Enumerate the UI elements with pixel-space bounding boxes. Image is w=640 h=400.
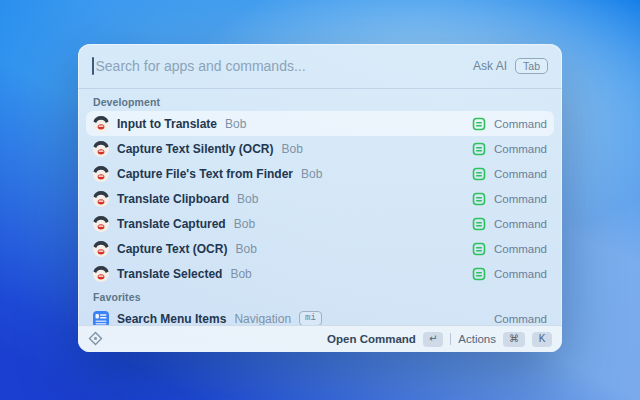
bob-app-icon [93,216,109,232]
footer-divider [450,333,451,345]
primary-action-label[interactable]: Open Command [327,333,416,345]
alias-badge: mi [299,311,322,325]
section-header-development: Development [86,91,554,111]
command-type-icon [472,217,486,231]
launcher-window: Ask AI Tab Development Input to Translat… [78,44,562,352]
item-title: Search Menu Items [117,312,226,326]
item-type: Command [494,243,547,255]
item-title: Input to Translate [117,117,217,131]
desktop-background: Ask AI Tab Development Input to Translat… [0,0,640,400]
item-subtitle: Bob [230,267,251,281]
command-type-icon [472,267,486,281]
item-type: Command [494,168,547,180]
k-key-badge: K [532,332,552,347]
action-bar: Open Command ↵ Actions ⌘ K [78,325,562,352]
raycast-logo-icon [88,331,104,347]
item-title: Capture Text Silently (OCR) [117,142,273,156]
actions-menu-label[interactable]: Actions [458,333,496,345]
search-input[interactable] [96,58,466,74]
item-subtitle: Bob [234,217,255,231]
bob-app-icon [93,116,109,132]
bob-app-icon [93,241,109,257]
section-header-favorites: Favorites [86,286,554,306]
item-subtitle: Bob [281,142,302,156]
command-type-icon [472,242,486,256]
menu-items-icon [93,311,109,326]
bob-app-icon [93,141,109,157]
item-title: Capture File's Text from Finder [117,167,293,181]
list-item[interactable]: Translate Selected Bob Command [86,261,554,286]
item-subtitle: Bob [301,167,322,181]
item-title: Translate Captured [117,217,226,231]
item-title: Capture Text (OCR) [117,242,227,256]
item-subtitle: Bob [225,117,246,131]
tab-key-badge: Tab [515,58,548,75]
item-type: Command [494,193,547,205]
item-title: Translate Clipboard [117,192,229,206]
item-type: Command [494,268,547,280]
bob-app-icon [93,191,109,207]
results-list: Development Input to Translate Bob Comma… [78,89,562,325]
command-type-icon [472,142,486,156]
command-type-icon [472,167,486,181]
cmd-key-badge: ⌘ [503,332,525,347]
item-subtitle: Bob [235,242,256,256]
text-cursor [92,57,94,75]
item-subtitle: Navigation [234,312,291,326]
search-bar: Ask AI Tab [78,44,562,89]
ask-ai-label[interactable]: Ask AI [473,59,507,73]
command-type-icon [472,117,486,131]
list-item[interactable]: Capture Text Silently (OCR) Bob Command [86,136,554,161]
command-type-icon [472,192,486,206]
item-title: Translate Selected [117,267,222,281]
item-type: Command [494,118,547,130]
item-type: Command [494,218,547,230]
bob-app-icon [93,266,109,282]
footer-actions: Open Command ↵ Actions ⌘ K [327,332,552,347]
list-item[interactable]: Search Menu Items Navigation mi Command [86,306,554,325]
list-item[interactable]: Capture File's Text from Finder Bob Comm… [86,161,554,186]
item-type: Command [494,313,547,325]
item-type: Command [494,143,547,155]
list-item[interactable]: Translate Captured Bob Command [86,211,554,236]
list-item[interactable]: Capture Text (OCR) Bob Command [86,236,554,261]
list-item[interactable]: Input to Translate Bob Command [86,111,554,136]
list-item[interactable]: Translate Clipboard Bob Command [86,186,554,211]
bob-app-icon [93,166,109,182]
enter-key-badge: ↵ [423,332,443,347]
item-subtitle: Bob [237,192,258,206]
